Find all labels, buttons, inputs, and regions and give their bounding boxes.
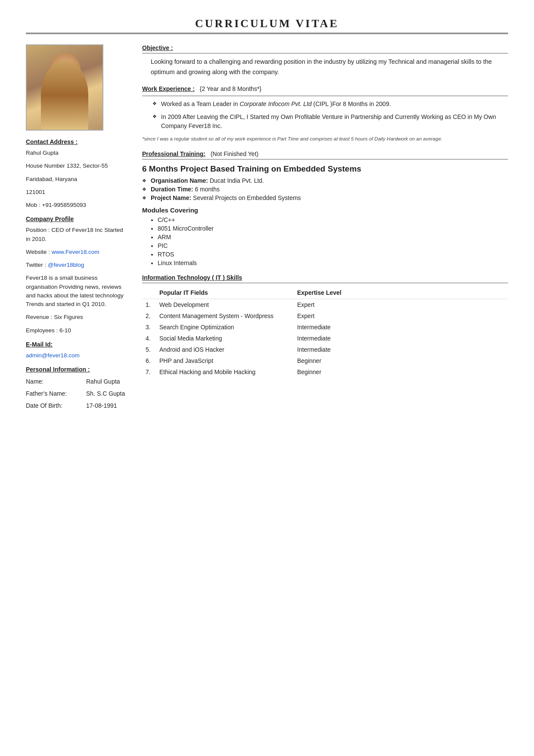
module-item-5: RTOS bbox=[158, 251, 508, 258]
it-row-num: 6. bbox=[142, 355, 156, 366]
it-row-num: 2. bbox=[142, 310, 156, 322]
module-item-6: Linux Internals bbox=[158, 259, 508, 266]
company-twitter: Twitter : @fever18blog bbox=[26, 261, 129, 269]
module-item-1: C/C++ bbox=[158, 216, 508, 223]
it-row-level: Intermediate bbox=[294, 344, 508, 355]
company-employees: Employees : 6-10 bbox=[26, 326, 129, 335]
work-exp-list: Worked as a Team Leader in Corporate Inf… bbox=[142, 100, 508, 131]
personal-name-row: Name: Rahul Gupta bbox=[26, 378, 129, 385]
contact-address-heading: Contact Address : bbox=[26, 138, 129, 145]
it-row-level: Expert bbox=[294, 310, 508, 322]
objective-text: Looking forward to a challenging and rew… bbox=[151, 57, 508, 78]
personal-name-value: Rahul Gupta bbox=[86, 378, 120, 385]
module-item-4: PIC bbox=[158, 242, 508, 249]
work-experience-section: Work Experience : {2 Year and 8 Months*}… bbox=[142, 85, 508, 143]
training-org: Organisation Name: Ducat India Pvt. Ltd. bbox=[142, 177, 508, 184]
work-exp-divider bbox=[142, 96, 508, 96]
personal-dob-value: 17-08-1991 bbox=[86, 402, 117, 409]
it-row-level: Intermediate bbox=[294, 333, 508, 344]
contact-mobile: Mob : +91-9958595093 bbox=[26, 201, 129, 209]
it-row-3: 3. Search Engine Optimization Intermedia… bbox=[142, 322, 508, 333]
it-row-4: 4. Social Media Marketing Intermediate bbox=[142, 333, 508, 344]
it-row-field: Social Media Marketing bbox=[156, 333, 294, 344]
it-row-num: 3. bbox=[142, 322, 156, 333]
objective-section: Objective : Looking forward to a challen… bbox=[142, 44, 508, 78]
modules-title: Modules Covering bbox=[142, 206, 508, 214]
personal-fathers-value: Sh. S.C Gupta bbox=[86, 390, 125, 397]
it-skills-label: Information Technology ( IT ) Skills bbox=[142, 274, 242, 281]
it-row-2: 2. Content Management System - Wordpress… bbox=[142, 310, 508, 322]
objective-divider bbox=[142, 53, 508, 53]
contact-pincode: 121001 bbox=[26, 188, 129, 197]
it-row-num: 5. bbox=[142, 344, 156, 355]
it-row-7: 7. Ethical Hacking and Mobile Hacking Be… bbox=[142, 366, 508, 378]
it-row-5: 5. Android and iOS Hacker Intermediate bbox=[142, 344, 508, 355]
it-row-field: Ethical Hacking and Mobile Hacking bbox=[156, 366, 294, 378]
company-description: Fever18 is a small business organisation… bbox=[26, 274, 129, 309]
training-title: 6 Months Project Based Training on Embed… bbox=[142, 164, 508, 175]
personal-info-heading: Personal Information : bbox=[26, 366, 129, 373]
page-title: CURRICULUM VITAE bbox=[26, 17, 508, 30]
professional-training-section: Professional Training: (Not Finished Yet… bbox=[142, 150, 508, 266]
it-header-num bbox=[142, 287, 156, 299]
it-header-expertise: Expertise Level bbox=[294, 287, 508, 299]
prof-training-divider bbox=[142, 159, 508, 159]
it-row-num: 1. bbox=[142, 299, 156, 310]
training-details-list: Organisation Name: Ducat India Pvt. Ltd.… bbox=[142, 177, 508, 201]
it-skills-section: Information Technology ( IT ) Skills Pop… bbox=[142, 274, 508, 378]
it-row-num: 7. bbox=[142, 366, 156, 378]
it-row-field: Search Engine Optimization bbox=[156, 322, 294, 333]
contact-address1: House Number 1332, Sector-55 bbox=[26, 162, 129, 170]
contact-address2: Faridabad, Haryana bbox=[26, 175, 129, 184]
training-project: Project Name: Several Projects on Embedd… bbox=[142, 194, 508, 201]
it-header-field: Popular IT Fields bbox=[156, 287, 294, 299]
it-row-field: Content Management System - Wordpress bbox=[156, 310, 294, 322]
email-id-heading: E-Mail Id: bbox=[26, 341, 129, 348]
it-skills-divider bbox=[142, 283, 508, 283]
twitter-link[interactable]: @fever18blog bbox=[48, 262, 84, 268]
main-layout: Contact Address : Rahul Gupta House Numb… bbox=[26, 44, 508, 414]
work-exp-footnote: *since I was a regular student so all of… bbox=[142, 135, 508, 143]
email-link[interactable]: admin@fever18.com bbox=[26, 352, 80, 359]
personal-name-label: Name: bbox=[26, 378, 86, 385]
it-row-field: Android and iOS Hacker bbox=[156, 344, 294, 355]
work-exp-header: Work Experience : {2 Year and 8 Months*} bbox=[142, 85, 508, 92]
work-exp-duration: {2 Year and 8 Months*} bbox=[200, 85, 261, 92]
it-row-1: 1. Web Development Expert bbox=[142, 299, 508, 310]
company-profile-heading: Company Profile bbox=[26, 216, 129, 222]
module-item-2: 8051 MicroController bbox=[158, 225, 508, 232]
profile-photo bbox=[26, 44, 103, 131]
website-link[interactable]: www.Fever18.com bbox=[52, 249, 99, 255]
it-table-header-row: Popular IT Fields Expertise Level bbox=[142, 287, 508, 299]
it-row-field: Web Development bbox=[156, 299, 294, 310]
work-exp-item-1: Worked as a Team Leader in Corporate Inf… bbox=[152, 100, 508, 109]
it-table-body: 1. Web Development Expert 2. Content Man… bbox=[142, 299, 508, 378]
it-row-field: PHP and JavaScript bbox=[156, 355, 294, 366]
modules-list: C/C++8051 MicroControllerARMPICRTOSLinux… bbox=[142, 216, 508, 266]
company-website: Website : www.Fever18.com bbox=[26, 248, 129, 256]
work-exp-label: Work Experience : bbox=[142, 85, 195, 92]
training-duration: Duration Time: 6 months bbox=[142, 186, 508, 193]
it-row-num: 4. bbox=[142, 333, 156, 344]
email-address: admin@fever18.com bbox=[26, 351, 129, 360]
it-row-level: Intermediate bbox=[294, 322, 508, 333]
module-item-3: ARM bbox=[158, 234, 508, 241]
work-exp-item-2: In 2009 After Leaving the CIPL, I Starte… bbox=[152, 112, 508, 131]
personal-info-section: Name: Rahul Gupta Father's Name: Sh. S.C… bbox=[26, 378, 129, 409]
personal-dob-label: Date Of Birth: bbox=[26, 402, 86, 409]
prof-training-label: Professional Training: bbox=[142, 150, 205, 157]
it-row-level: Beginner bbox=[294, 355, 508, 366]
company-revenue: Revenue : Six Figures bbox=[26, 313, 129, 322]
it-row-level: Beginner bbox=[294, 366, 508, 378]
it-row-6: 6. PHP and JavaScript Beginner bbox=[142, 355, 508, 366]
personal-fathers-row: Father's Name: Sh. S.C Gupta bbox=[26, 390, 129, 397]
right-column: Objective : Looking forward to a challen… bbox=[142, 44, 508, 414]
contact-name: Rahul Gupta bbox=[26, 149, 129, 157]
company-position: Position : CEO of Fever18 Inc Started in… bbox=[26, 226, 129, 244]
title-divider bbox=[26, 33, 508, 34]
personal-dob-row: Date Of Birth: 17-08-1991 bbox=[26, 402, 129, 409]
prof-training-status: (Not Finished Yet) bbox=[211, 150, 258, 157]
objective-label: Objective : bbox=[142, 44, 173, 51]
personal-fathers-label: Father's Name: bbox=[26, 390, 86, 397]
left-column: Contact Address : Rahul Gupta House Numb… bbox=[26, 44, 129, 414]
